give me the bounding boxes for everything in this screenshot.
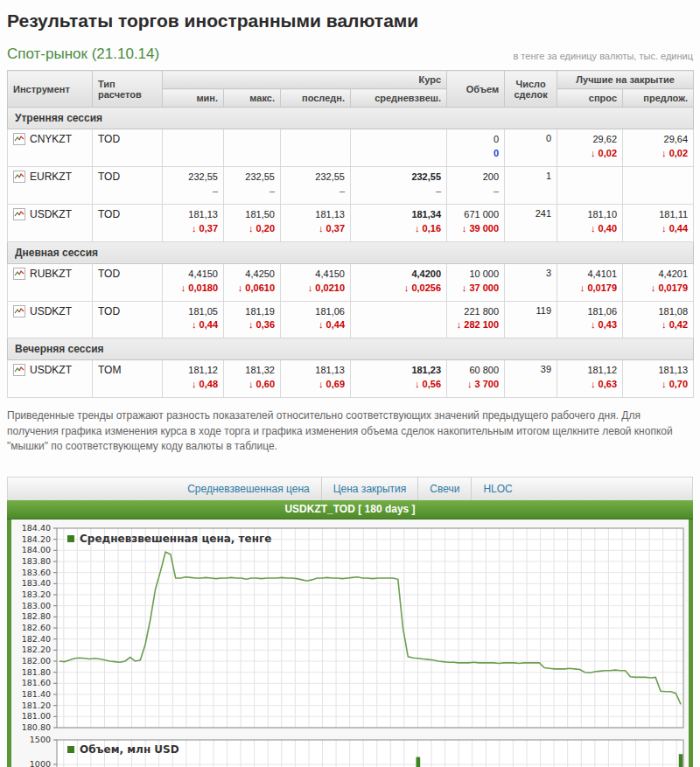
cell-value: 4,4201	[628, 268, 688, 282]
table-row: USDKZTTOD181,13↓ 0,37181,50↓ 0,20181,13↓…	[8, 204, 694, 241]
avg-cell: 232,55–	[351, 166, 447, 204]
instrument-cell[interactable]: EURKZT	[8, 166, 93, 204]
instrument-cell[interactable]: RUBKZT	[8, 263, 93, 301]
svg-text:183.80: 183.80	[22, 556, 51, 566]
cell-value: 0	[452, 133, 499, 147]
last-cell: 232,55–	[281, 166, 351, 204]
sparkline-icon	[13, 171, 25, 183]
sparkline-icon	[13, 268, 25, 280]
cell-change-zero: 0	[452, 147, 499, 161]
instrument-cell[interactable]: CNYKZT	[8, 129, 93, 167]
max-cell: 232,55–	[224, 166, 281, 204]
svg-text:182.80: 182.80	[22, 612, 51, 622]
chart-tab-1[interactable]: Средневзвешенная цена	[176, 478, 320, 500]
cell-change-down: ↓ 0,02	[628, 147, 688, 161]
max-cell	[224, 129, 281, 167]
settlement-type-cell: TOD	[93, 263, 163, 301]
min-cell: 181,13↓ 0,37	[163, 204, 224, 241]
volume-legend: Объем, млн USD	[80, 743, 179, 756]
min-cell	[163, 129, 224, 167]
instrument-cell[interactable]: USDKZT	[8, 301, 93, 338]
cell-change-down: ↓ 0,02	[563, 147, 617, 161]
table-row: USDKZTTOD181,05↓ 0,44181,19↓ 0,36181,06↓…	[8, 301, 694, 338]
instrument-code[interactable]: USDKZT	[30, 364, 72, 376]
chart-tab-3[interactable]: Свечи	[417, 478, 471, 500]
min-cell: 232,55–	[163, 166, 224, 204]
svg-text:182.00: 182.00	[22, 656, 51, 666]
cell-value: 4,4200	[356, 268, 441, 282]
cell-value: 181,32	[229, 364, 275, 378]
bid-cell	[557, 166, 623, 204]
unit-note: в тенге за единицу валюты, тыс. единиц	[513, 51, 693, 63]
session-header-row: Вечерняя сессия	[8, 338, 694, 360]
svg-text:183.60: 183.60	[22, 568, 51, 577]
cell-value: 181,13	[628, 364, 688, 378]
cell-change-down: ↓ 0,0180	[168, 282, 218, 296]
instrument-cell[interactable]: USDKZT	[8, 360, 93, 398]
cell-change-down: ↓ 0,36	[229, 318, 275, 332]
page-title: Результаты торгов иностранными валютами	[7, 10, 693, 31]
cell-value: 181,13	[286, 364, 345, 378]
svg-text:184.20: 184.20	[22, 534, 51, 544]
cell-change-down: ↓ 0,37	[168, 222, 218, 236]
last-cell: 181,13↓ 0,69	[281, 360, 351, 398]
cell-value: 181,06	[286, 305, 345, 319]
col-header-weighted-avg: средневзвеш.	[351, 89, 447, 108]
svg-text:1000: 1000	[30, 759, 51, 767]
cell-change-down: ↓ 0,48	[168, 378, 218, 392]
volume-cell: 00	[447, 129, 505, 167]
sparkline-icon	[13, 364, 25, 376]
cell-change-down: ↓ 0,56	[356, 378, 441, 392]
cell-value: 181,12	[168, 364, 218, 378]
cell-value: 181,50	[229, 208, 275, 222]
cell-change-down: ↓ 0,44	[628, 222, 688, 236]
bid-cell: 181,06↓ 0,43	[557, 301, 623, 338]
instrument-code[interactable]: CNYKZT	[30, 133, 72, 145]
min-cell: 181,12↓ 0,48	[163, 360, 224, 398]
cell-change-down: ↓ 3 700	[452, 378, 499, 392]
deals-cell: 1	[505, 166, 557, 204]
chart-tab-4[interactable]: HLOC	[471, 478, 523, 500]
last-cell: 181,13↓ 0,37	[281, 204, 351, 241]
instrument-cell[interactable]: USDKZT	[8, 204, 93, 241]
max-cell: 181,32↓ 0,60	[224, 360, 281, 398]
instrument-code[interactable]: EURKZT	[30, 171, 72, 183]
deals-cell: 39	[505, 360, 557, 398]
deals-cell: 3	[505, 263, 557, 301]
instrument-code[interactable]: USDKZT	[30, 208, 72, 220]
svg-text:182.20: 182.20	[22, 645, 51, 655]
cell-change-none: –	[286, 185, 345, 199]
section-header: Спот-рынок (21.10.14) в тенге за единицу…	[7, 45, 693, 63]
instrument-code[interactable]: RUBKZT	[30, 268, 72, 280]
settlement-type-cell: TOD	[93, 129, 163, 167]
svg-text:182.40: 182.40	[22, 634, 51, 644]
spot-market-title: Спот-рынок (21.10.14)	[7, 45, 159, 63]
ask-cell: 181,13↓ 0,70	[623, 360, 694, 398]
chart-tab-2[interactable]: Цена закрытия	[321, 478, 418, 500]
page: Результаты торгов иностранными валютами …	[0, 0, 700, 767]
cell-value: 221 800	[452, 305, 499, 319]
cell-change-down: ↓ 0,70	[628, 378, 688, 392]
cell-value: 181,12	[563, 364, 617, 378]
last-cell: 181,06↓ 0,44	[281, 301, 351, 338]
usdkzt-chart-svg: 184.40184.20184.00183.80183.60183.40183.…	[11, 521, 689, 767]
table-row: RUBKZTTOD4,4150↓ 0,01804,4250↓ 0,06104,4…	[8, 263, 694, 301]
chart-panel: Средневзвешенная ценаЦена закрытияСвечиH…	[7, 477, 693, 767]
avg-cell	[351, 301, 447, 338]
cell-change-down: ↓ 0,44	[168, 318, 218, 332]
session-header-row: Утренняя сессия	[8, 108, 694, 129]
max-cell: 181,50↓ 0,20	[224, 204, 281, 241]
cell-change-down: ↓ 0,43	[563, 318, 617, 332]
last-cell: 4,4150↓ 0,0210	[281, 263, 351, 301]
instrument-code[interactable]: USDKZT	[30, 305, 72, 317]
col-header-rate: Курс	[163, 71, 447, 89]
col-header-ask: предлож.	[623, 89, 694, 108]
cell-change-down: ↓ 0,0210	[286, 282, 345, 296]
cell-change-none: –	[452, 185, 499, 199]
cell-value: 232,55	[356, 171, 441, 185]
max-cell: 4,4250↓ 0,0610	[224, 263, 281, 301]
cell-change-down: ↓ 0,37	[286, 222, 345, 236]
bid-cell: 29,62↓ 0,02	[557, 129, 623, 167]
cell-value: 200	[452, 171, 499, 185]
ask-cell: 4,4201↓ 0,0179	[623, 263, 694, 301]
